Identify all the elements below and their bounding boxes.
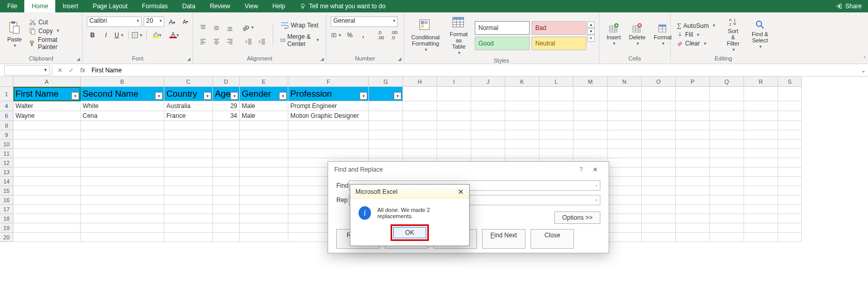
- cell-P4[interactable]: [676, 101, 710, 111]
- cell-O13[interactable]: [642, 168, 676, 177]
- cell-O8[interactable]: [642, 121, 676, 130]
- cell-N12[interactable]: [608, 158, 642, 168]
- cell-F1[interactable]: Profession▾: [288, 87, 369, 101]
- cell-O10[interactable]: [642, 140, 676, 149]
- cell-N14[interactable]: [608, 177, 642, 186]
- merge-center-button[interactable]: Merge & Center▼: [278, 33, 322, 48]
- col-header-J[interactable]: J: [471, 77, 505, 87]
- cell-I4[interactable]: [437, 101, 471, 111]
- cell-A10[interactable]: [13, 140, 81, 149]
- cell-A1[interactable]: First Name▾: [13, 87, 81, 101]
- cell-K6[interactable]: [505, 111, 539, 121]
- col-header-D[interactable]: D: [213, 77, 240, 87]
- cell-C18[interactable]: [164, 214, 213, 223]
- cell-K1[interactable]: [505, 87, 539, 101]
- cell-Q11[interactable]: [710, 149, 744, 158]
- cell-S14[interactable]: [778, 177, 802, 186]
- cell-N1[interactable]: [608, 87, 642, 101]
- cell-H10[interactable]: [403, 140, 437, 149]
- cell-F10[interactable]: [288, 140, 369, 149]
- cell-F4[interactable]: Prompt Engineer: [288, 101, 369, 111]
- cell-R19[interactable]: [744, 223, 778, 233]
- cell-C17[interactable]: [164, 205, 213, 214]
- cell-S6[interactable]: [778, 111, 802, 121]
- cell-A13[interactable]: [13, 168, 81, 177]
- row-header-14[interactable]: 14: [0, 177, 13, 186]
- cell-I9[interactable]: [437, 130, 471, 140]
- cell-E15[interactable]: [240, 186, 288, 195]
- cell-B14[interactable]: [81, 177, 164, 186]
- cell-C4[interactable]: Australia: [164, 101, 213, 111]
- formula-bar[interactable]: [88, 65, 859, 75]
- cell-P10[interactable]: [676, 140, 710, 149]
- row-header-1[interactable]: 1: [0, 87, 13, 101]
- wrap-text-button[interactable]: Wrap Text: [278, 21, 322, 29]
- cell-D20[interactable]: [213, 233, 240, 242]
- cell-A9[interactable]: [13, 130, 81, 140]
- col-header-O[interactable]: O: [642, 77, 676, 87]
- menu-tab-insert[interactable]: Insert: [55, 0, 85, 12]
- row-header-4[interactable]: 4: [0, 101, 13, 111]
- filter-button-C[interactable]: ▾: [204, 92, 211, 100]
- autosum-button[interactable]: ∑AutoSum▼: [675, 21, 718, 30]
- row-header-15[interactable]: 15: [0, 186, 13, 195]
- clear-button[interactable]: Clear▼: [675, 39, 718, 48]
- cell-R10[interactable]: [744, 140, 778, 149]
- menu-tab-review[interactable]: Review: [203, 0, 237, 12]
- format-painter-button[interactable]: Format Painter: [27, 36, 78, 51]
- cell-P12[interactable]: [676, 158, 710, 168]
- shrink-font-button[interactable]: A▾: [180, 17, 191, 27]
- cell-O6[interactable]: [642, 111, 676, 121]
- filter-button-G[interactable]: ▾: [394, 92, 401, 100]
- cell-K4[interactable]: [505, 101, 539, 111]
- cell-B11[interactable]: [81, 149, 164, 158]
- cell-G1[interactable]: ▾: [369, 87, 403, 101]
- cell-E16[interactable]: [240, 195, 288, 205]
- row-header-18[interactable]: 18: [0, 214, 13, 223]
- find-select-button[interactable]: Find & Select▼: [748, 19, 772, 50]
- menu-tab-formulas[interactable]: Formulas: [135, 0, 175, 12]
- cell-B10[interactable]: [81, 140, 164, 149]
- cell-N17[interactable]: [608, 205, 642, 214]
- cell-E11[interactable]: [240, 149, 288, 158]
- cell-P16[interactable]: [676, 195, 710, 205]
- cell-D10[interactable]: [213, 140, 240, 149]
- cell-E17[interactable]: [240, 205, 288, 214]
- cell-R11[interactable]: [744, 149, 778, 158]
- cell-O4[interactable]: [642, 101, 676, 111]
- cell-D14[interactable]: [213, 177, 240, 186]
- decrease-decimal-button[interactable]: .00.0: [389, 30, 400, 40]
- cell-E10[interactable]: [240, 140, 288, 149]
- cell-B6[interactable]: Cena: [81, 111, 164, 121]
- cell-D11[interactable]: [213, 149, 240, 158]
- cell-Q9[interactable]: [710, 130, 744, 140]
- cell-P6[interactable]: [676, 111, 710, 121]
- cell-R6[interactable]: [744, 111, 778, 121]
- cell-N10[interactable]: [608, 140, 642, 149]
- cell-Q1[interactable]: [710, 87, 744, 101]
- cell-R16[interactable]: [744, 195, 778, 205]
- row-header-12[interactable]: 12: [0, 158, 13, 168]
- find-next-button[interactable]: Find Next: [482, 229, 525, 249]
- cell-C20[interactable]: [164, 233, 213, 242]
- cell-H6[interactable]: [403, 111, 437, 121]
- cell-H9[interactable]: [403, 130, 437, 140]
- cut-button[interactable]: Cut: [27, 18, 78, 26]
- cell-L10[interactable]: [539, 140, 574, 149]
- clipboard-launcher[interactable]: ◢: [76, 56, 80, 62]
- style-normal[interactable]: Normal: [475, 21, 530, 35]
- cell-J1[interactable]: [471, 87, 505, 101]
- menu-tab-help[interactable]: Help: [265, 0, 292, 12]
- collapse-ribbon-button[interactable]: ˄: [863, 56, 866, 62]
- cell-Q15[interactable]: [710, 186, 744, 195]
- cell-D19[interactable]: [213, 223, 240, 233]
- cell-L4[interactable]: [539, 101, 574, 111]
- cell-N9[interactable]: [608, 130, 642, 140]
- cell-D9[interactable]: [213, 130, 240, 140]
- cell-Q19[interactable]: [710, 223, 744, 233]
- cell-N13[interactable]: [608, 168, 642, 177]
- cell-G8[interactable]: [369, 121, 403, 130]
- col-header-R[interactable]: R: [744, 77, 778, 87]
- cell-B15[interactable]: [81, 186, 164, 195]
- font-color-button[interactable]: A▼: [167, 30, 179, 40]
